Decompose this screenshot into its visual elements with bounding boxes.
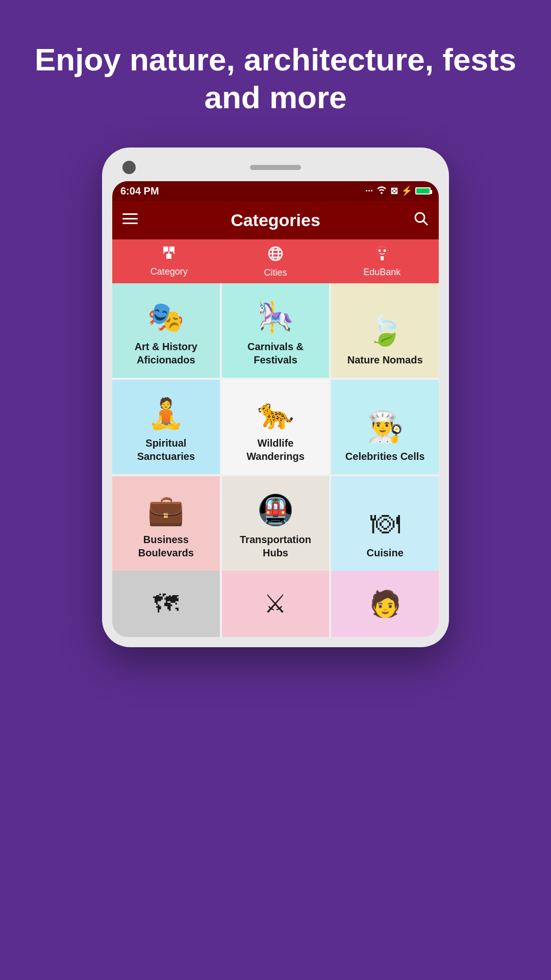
svg-line-4: [423, 221, 428, 225]
celebrities-label: Celebrities Cells: [345, 450, 425, 463]
tab-cities-label: Cities: [264, 267, 287, 278]
edubank-tab-icon: [373, 246, 391, 265]
art-history-icon: 🎭: [147, 302, 184, 332]
status-bar: 6:04 PM ··· ⊠ ⚡: [112, 181, 439, 201]
warrior-icon: ⚔: [264, 589, 287, 619]
status-bar-icons: ··· ⊠ ⚡: [365, 185, 431, 197]
tab-category-label: Category: [151, 266, 188, 277]
nature-icon: 🍃: [367, 315, 404, 345]
business-icon: 💼: [147, 495, 184, 525]
lightning-icon: ⚡: [401, 185, 412, 197]
tab-category[interactable]: Category: [140, 247, 198, 277]
category-card-carnivals[interactable]: 🎠 Carnivals &Festivals: [222, 283, 330, 378]
nature-label: Nature Nomads: [347, 353, 423, 366]
category-tab-icon: [160, 247, 178, 264]
phone-top-bar: [112, 158, 439, 181]
category-card-art-history[interactable]: 🎭 Art & HistoryAficionados: [112, 283, 220, 378]
bottom-card-route[interactable]: 🗺: [112, 571, 220, 637]
dots-icon: ···: [365, 186, 373, 197]
svg-rect-0: [122, 213, 138, 215]
celebrities-icon: 👨‍🍳: [367, 412, 404, 442]
carnivals-icon: 🎠: [257, 302, 294, 332]
category-card-business[interactable]: 💼 BusinessBoulevards: [112, 476, 220, 571]
category-card-cuisine[interactable]: 🍽 Cuisine: [331, 476, 439, 571]
svg-point-17: [376, 247, 388, 257]
svg-point-18: [378, 249, 381, 252]
category-card-wildlife[interactable]: 🐆 WildlifeWanderings: [222, 380, 330, 474]
tab-cities[interactable]: Cities: [254, 246, 297, 278]
category-card-spiritual[interactable]: 🧘 SpiritualSanctuaries: [112, 380, 220, 474]
app-bar-title: Categories: [231, 210, 320, 230]
transportation-icon: 🚇: [257, 495, 294, 525]
svg-rect-7: [166, 254, 171, 259]
tab-edubank[interactable]: EduBank: [353, 246, 411, 278]
box-icon: ⊠: [390, 185, 398, 197]
svg-rect-2: [122, 223, 138, 224]
bottom-card-warrior[interactable]: ⚔: [222, 571, 330, 637]
phone-device: 6:04 PM ··· ⊠ ⚡: [102, 148, 449, 647]
bottom-card-person[interactable]: 🧑: [331, 571, 439, 637]
wildlife-label: WildlifeWanderings: [246, 436, 305, 463]
svg-point-19: [383, 249, 386, 252]
category-card-celebrities[interactable]: 👨‍🍳 Celebrities Cells: [331, 380, 439, 474]
spiritual-icon: 🧘: [147, 399, 184, 428]
bottom-partial-row: 🗺 ⚔ 🧑: [112, 571, 439, 637]
phone-screen: 6:04 PM ··· ⊠ ⚡: [112, 181, 439, 637]
search-button[interactable]: [413, 211, 429, 230]
person-icon: 🧑: [369, 589, 401, 619]
tab-edubank-label: EduBank: [363, 267, 400, 278]
hamburger-menu-button[interactable]: [122, 213, 138, 227]
category-card-transportation[interactable]: 🚇 TransportationHubs: [222, 476, 330, 571]
status-time: 6:04 PM: [120, 185, 159, 197]
categories-grid: 🎭 Art & HistoryAficionados 🎠 Carnivals &…: [112, 283, 439, 571]
category-card-nature[interactable]: 🍃 Nature Nomads: [331, 283, 439, 378]
route-icon: 🗺: [153, 589, 179, 619]
app-bar: Categories: [112, 201, 439, 239]
business-label: BusinessBoulevards: [138, 533, 194, 559]
transportation-label: TransportationHubs: [240, 533, 311, 559]
wifi-icon: [376, 186, 387, 197]
art-history-label: Art & HistoryAficionados: [135, 340, 197, 366]
wildlife-icon: 🐆: [257, 399, 294, 428]
hero-text: Enjoy nature, architecture, fests and mo…: [0, 0, 551, 148]
tab-bar: Category Cities: [112, 239, 439, 283]
cities-tab-icon: [267, 246, 284, 265]
svg-point-3: [415, 213, 424, 222]
svg-rect-20: [381, 256, 384, 260]
cuisine-label: Cuisine: [367, 546, 404, 559]
cuisine-icon: 🍽: [370, 508, 400, 538]
phone-camera: [122, 161, 136, 174]
battery-icon: [415, 187, 431, 194]
svg-rect-1: [122, 218, 138, 219]
spiritual-label: SpiritualSanctuaries: [137, 436, 195, 463]
carnivals-label: Carnivals &Festivals: [247, 340, 304, 366]
phone-speaker: [250, 165, 301, 170]
